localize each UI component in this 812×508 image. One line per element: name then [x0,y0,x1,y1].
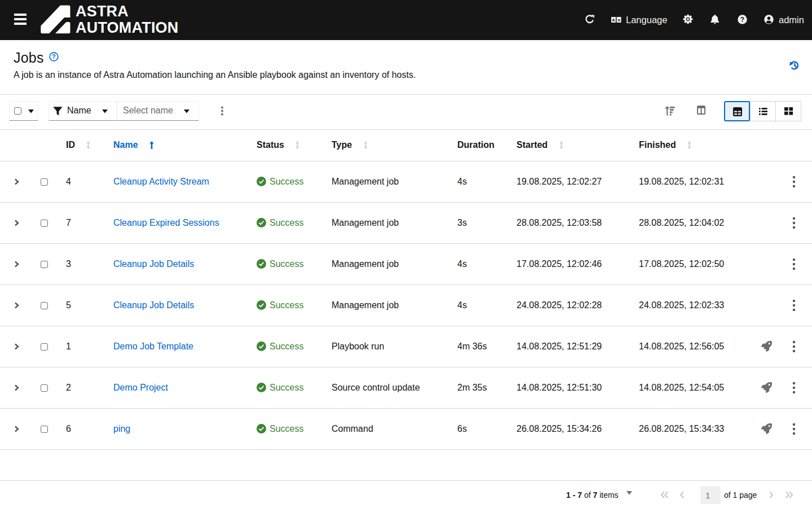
svg-text:A: A [612,17,615,23]
svg-text:?: ? [740,16,744,24]
svg-text:?: ? [52,53,55,60]
svg-text:я: я [617,18,620,22]
